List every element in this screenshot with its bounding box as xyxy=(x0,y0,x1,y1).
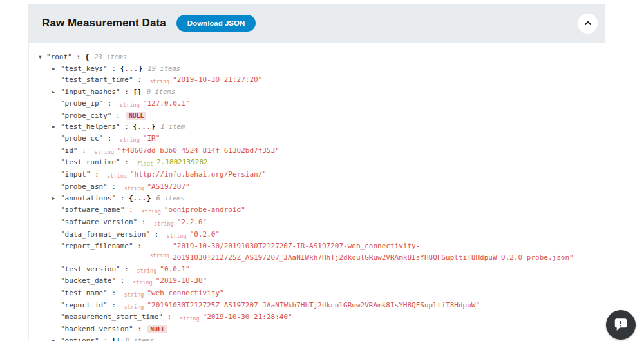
json-key[interactable]: "options" xyxy=(61,336,99,341)
json-row-input_hashes: ▶"input_hashes" : []0 items xyxy=(38,86,593,98)
section-title: Raw Measurement Data xyxy=(42,17,166,30)
colon-separator: : xyxy=(108,64,120,73)
json-value: "2019-10-30 21:27:20" xyxy=(173,75,262,84)
colon-separator: : xyxy=(90,170,103,179)
items-count: 0 items xyxy=(126,336,154,341)
chevron-up-icon xyxy=(583,19,592,28)
card-body: ▼"root" : {23 items▶"test_keys" : {...}1… xyxy=(28,43,605,341)
colon-separator: : xyxy=(124,206,137,214)
collapsed-object[interactable]: {...} xyxy=(120,64,143,73)
colon-separator: : xyxy=(133,75,146,84)
json-key: "test_runtime" xyxy=(61,158,120,166)
json-key: "test_version" xyxy=(61,265,120,273)
type-label-string: string xyxy=(120,102,140,108)
json-row-probe_city: "probe_city" : NULL xyxy=(38,110,593,122)
ellipsis: ... xyxy=(137,122,151,131)
json-row-test_runtime: "test_runtime" : float2.1802139282 xyxy=(38,157,593,169)
json-row-probe_asn: "probe_asn" : string"AS197207" xyxy=(38,181,593,193)
json-row-options: ▶"options" : []0 items xyxy=(38,335,593,341)
null-badge: NULL xyxy=(126,112,146,120)
ellipsis: ... xyxy=(124,64,138,73)
json-value: "http://info.bahai.org/Persian/" xyxy=(130,170,267,179)
colon-separator: : xyxy=(120,265,133,273)
json-value: "2019-10-30/20191030T212720Z-IR-AS197207… xyxy=(173,240,590,263)
collapsed-array[interactable]: [] xyxy=(111,336,120,341)
type-label-string: string xyxy=(137,268,157,274)
expand-arrow-icon[interactable]: ▶ xyxy=(52,86,55,98)
json-row-probe_cc: "probe_cc" : string"IR" xyxy=(38,133,593,145)
json-row-root: ▼"root" : {23 items xyxy=(38,52,593,63)
collapsed-array[interactable]: [] xyxy=(133,88,142,96)
type-label-string: string xyxy=(124,291,144,298)
json-value: "2.2.0" xyxy=(177,218,207,226)
json-row-bucket_date: "bucket_date" : string"2019-10-30" xyxy=(38,275,593,287)
raw-measurement-card: Raw Measurement Data Download JSON ▼"roo… xyxy=(28,4,605,341)
json-value: "web_connectivity" xyxy=(147,289,223,297)
feedback-chat-icon xyxy=(612,317,629,333)
colon-separator: : xyxy=(137,218,150,226)
colon-separator: : xyxy=(120,122,133,131)
json-key[interactable]: "input_hashes" xyxy=(61,88,120,96)
type-label-string: string xyxy=(107,173,127,179)
colon-separator: : xyxy=(108,182,120,191)
colon-separator: : xyxy=(150,230,163,239)
json-key: "probe_asn" xyxy=(61,182,108,191)
json-key: "probe_cc" xyxy=(61,134,103,142)
colon-separator: : xyxy=(103,99,116,108)
items-count: 6 items xyxy=(156,194,185,202)
collapse-arrow-icon[interactable]: ▼ xyxy=(39,52,42,63)
json-value: "2019-10-30" xyxy=(156,277,207,285)
open-brace: { xyxy=(85,53,90,61)
json-row-measurement_start_time: "measurement_start_time" : string"2019-1… xyxy=(38,311,593,324)
colon-separator: : xyxy=(108,289,120,297)
json-row-software_name: "software_name" : string"ooniprobe-andro… xyxy=(38,204,593,217)
items-count: 1 item xyxy=(160,122,185,130)
type-label-string: string xyxy=(94,149,114,155)
json-key: "backend_version" xyxy=(61,325,133,333)
json-key: "bucket_date" xyxy=(61,277,116,285)
expand-arrow-icon[interactable]: ▶ xyxy=(52,193,55,204)
card-header: Raw Measurement Data Download JSON xyxy=(28,4,605,43)
colon-separator: : xyxy=(116,194,129,202)
colon-separator: : xyxy=(111,112,124,120)
json-key[interactable]: "root" xyxy=(46,53,72,61)
json-row-software_version: "software_version" : string"2.2.0" xyxy=(38,217,593,229)
json-key: "measurement_start_time" xyxy=(61,313,163,321)
json-row-test_name: "test_name" : string"web_connectivity" xyxy=(38,287,593,300)
json-value: "20191030T212725Z_AS197207_JAaNIWkh7HhTj… xyxy=(147,301,480,309)
json-row-test_keys: ▶"test_keys" : {...}19 items xyxy=(38,63,593,75)
json-key[interactable]: "test_keys" xyxy=(61,64,108,73)
colon-separator: : xyxy=(116,277,129,285)
colon-separator: : xyxy=(133,325,146,333)
json-row-annotations: ▶"annotations" : {...}6 items xyxy=(38,193,593,204)
colon-separator: : xyxy=(133,240,146,263)
json-key[interactable]: "annotations" xyxy=(61,194,116,202)
json-key: "report_filename" xyxy=(61,240,133,263)
json-row-input: "input" : string"http://info.bahai.org/P… xyxy=(38,169,593,181)
json-key: "id" xyxy=(61,146,78,155)
type-label-string: string xyxy=(149,78,169,84)
json-value: "2019-10-30 21:28:40" xyxy=(203,313,292,321)
feedback-button[interactable] xyxy=(606,310,636,340)
json-key: "input" xyxy=(61,170,90,179)
type-label-string: string xyxy=(120,137,140,143)
json-key[interactable]: "test_helpers" xyxy=(61,122,120,131)
json-value: "f48607dd-b3b0-4524-814f-61302bd7f353" xyxy=(117,146,279,155)
collapsed-object[interactable]: {...} xyxy=(129,194,151,202)
expand-arrow-icon[interactable]: ▶ xyxy=(52,63,55,75)
expand-arrow-icon[interactable]: ▶ xyxy=(52,121,55,133)
download-json-button[interactable]: Download JSON xyxy=(176,15,256,32)
json-row-test_start_time: "test_start_time" : string"2019-10-30 21… xyxy=(38,74,593,86)
collapse-section-button[interactable] xyxy=(578,14,598,34)
json-row-test_helpers: ▶"test_helpers" : {...}1 item xyxy=(38,121,593,133)
json-value: "127.0.0.1" xyxy=(143,99,190,108)
expand-arrow-icon[interactable]: ▶ xyxy=(52,335,55,341)
colon-separator: : xyxy=(78,146,91,155)
type-label-string: string xyxy=(141,208,161,215)
collapsed-object[interactable]: {...} xyxy=(133,122,156,131)
colon-separator: : xyxy=(99,336,112,341)
json-key: "probe_ip" xyxy=(61,99,103,108)
colon-separator: : xyxy=(120,88,133,96)
type-label-string: string xyxy=(124,304,144,310)
json-key: "software_version" xyxy=(61,218,137,226)
